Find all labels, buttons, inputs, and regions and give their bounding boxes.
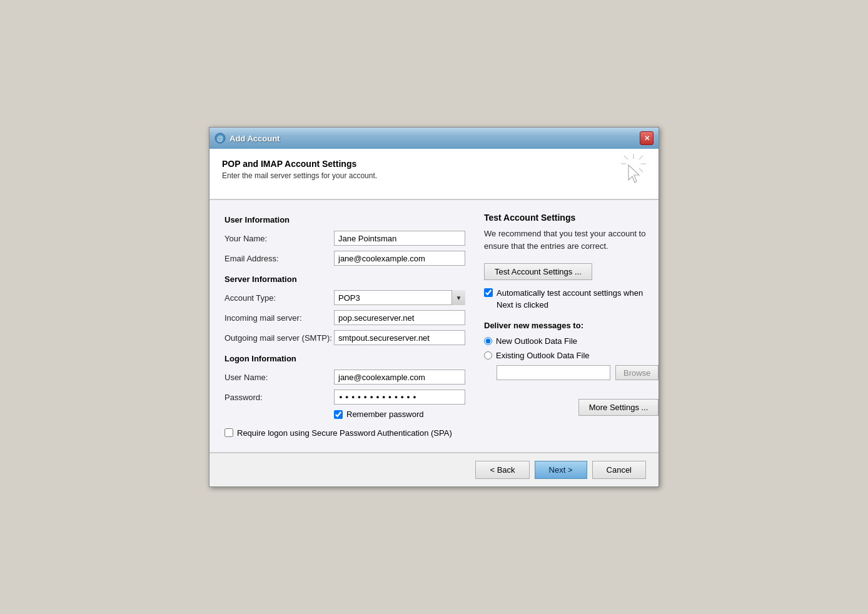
back-button[interactable]: < Back <box>475 461 529 479</box>
cancel-button[interactable]: Cancel <box>592 461 646 479</box>
auto-test-checkbox[interactable] <box>484 288 493 297</box>
incoming-mail-input[interactable] <box>334 310 465 325</box>
auto-test-label: Automatically test account settings when… <box>497 288 659 310</box>
password-row: Password: <box>225 390 465 405</box>
password-input[interactable] <box>334 390 465 405</box>
existing-file-label: Existing Outlook Data File <box>496 351 590 360</box>
window-icon: @ <box>214 133 226 144</box>
user-name-input[interactable] <box>334 370 465 385</box>
header-section: POP and IMAP Account Settings Enter the … <box>209 149 659 199</box>
svg-text:@: @ <box>217 135 223 142</box>
browse-button[interactable]: Browse <box>615 365 659 380</box>
deliver-title: Deliver new messages to: <box>484 321 659 330</box>
account-type-select[interactable]: POP3 IMAP <box>334 290 465 305</box>
user-name-label: User Name: <box>225 373 334 382</box>
logon-info-title: Logon Information <box>225 354 465 363</box>
server-info-title: Server Information <box>225 274 465 284</box>
new-file-row: New Outlook Data File <box>484 336 659 346</box>
email-address-row: Email Address: <box>225 251 465 266</box>
your-name-input[interactable] <box>334 231 465 246</box>
header-title: POP and IMAP Account Settings <box>222 159 377 169</box>
existing-file-path-input[interactable] <box>497 365 610 380</box>
remember-password-checkbox[interactable] <box>334 410 343 419</box>
outgoing-mail-row: Outgoing mail server (SMTP): <box>225 330 465 345</box>
existing-file-radio[interactable] <box>484 351 492 360</box>
existing-file-input-row: Browse <box>497 365 659 380</box>
outgoing-mail-input[interactable] <box>334 330 465 345</box>
account-type-wrapper: POP3 IMAP ▼ <box>334 290 465 305</box>
left-panel: User Information Your Name: Email Addres… <box>225 213 465 439</box>
test-section-title: Test Account Settings <box>484 213 659 223</box>
account-type-row: Account Type: POP3 IMAP ▼ <box>225 290 465 305</box>
svg-line-8 <box>639 156 643 159</box>
spa-row: Require logon using Secure Password Auth… <box>225 428 465 439</box>
your-name-label: Your Name: <box>225 234 334 243</box>
incoming-mail-row: Incoming mail server: <box>225 310 465 325</box>
test-description: We recommend that you test your account … <box>484 228 659 252</box>
existing-file-row: Existing Outlook Data File <box>484 351 659 360</box>
account-type-label: Account Type: <box>225 293 334 303</box>
header-subtitle: Enter the mail server settings for your … <box>222 171 377 180</box>
svg-line-6 <box>624 156 628 159</box>
svg-line-7 <box>639 168 643 172</box>
more-settings-row: More Settings ... <box>484 399 659 416</box>
spa-label: Require logon using Secure Password Auth… <box>237 428 452 439</box>
your-name-row: Your Name: <box>225 231 465 246</box>
header-text: POP and IMAP Account Settings Enter the … <box>222 159 377 180</box>
add-account-window: @ Add Account ✕ POP and IMAP Account Set… <box>209 127 659 486</box>
auto-test-row: Automatically test account settings when… <box>484 288 659 310</box>
email-address-label: Email Address: <box>225 254 334 263</box>
incoming-mail-label: Incoming mail server: <box>225 313 334 323</box>
title-bar: @ Add Account ✕ <box>209 128 659 149</box>
password-label: Password: <box>225 393 334 402</box>
right-panel: Test Account Settings We recommend that … <box>484 213 659 439</box>
email-address-input[interactable] <box>334 251 465 266</box>
close-button[interactable]: ✕ <box>640 131 654 145</box>
remember-password-row: Remember password <box>334 410 465 419</box>
new-file-radio[interactable] <box>484 337 492 345</box>
title-bar-left: @ Add Account <box>214 133 280 144</box>
cursor-icon <box>621 154 646 190</box>
user-name-row: User Name: <box>225 370 465 385</box>
outgoing-mail-label: Outgoing mail server (SMTP): <box>225 333 334 343</box>
new-file-label: New Outlook Data File <box>496 336 577 346</box>
next-button[interactable]: Next > <box>535 461 587 479</box>
test-account-settings-button[interactable]: Test Account Settings ... <box>484 263 592 280</box>
svg-marker-9 <box>628 165 639 183</box>
window-title: Add Account <box>230 134 280 143</box>
more-settings-button[interactable]: More Settings ... <box>578 399 659 416</box>
remember-password-label: Remember password <box>346 410 424 419</box>
main-content: User Information Your Name: Email Addres… <box>209 200 659 451</box>
user-info-title: User Information <box>225 215 465 224</box>
spa-checkbox[interactable] <box>225 428 233 437</box>
footer: < Back Next > Cancel <box>209 453 659 486</box>
